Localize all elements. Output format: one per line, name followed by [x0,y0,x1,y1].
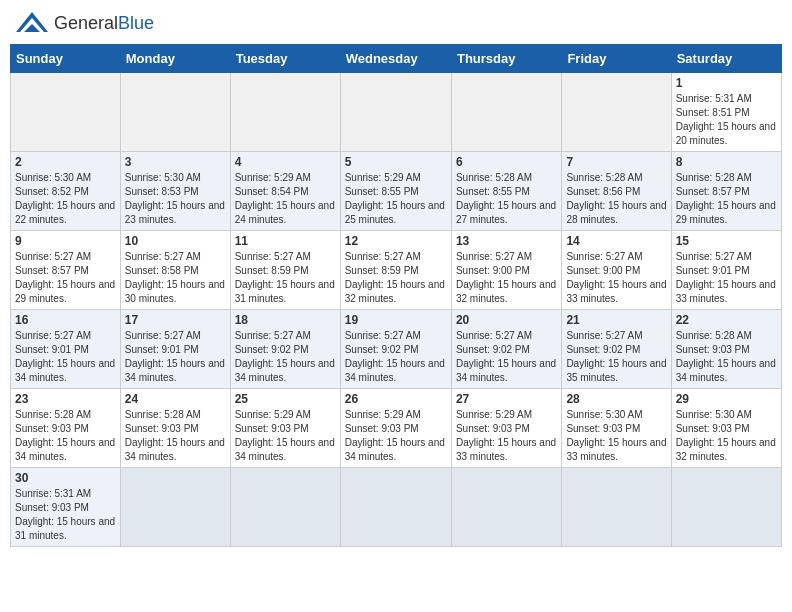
day-info: Sunrise: 5:27 AM Sunset: 9:00 PM Dayligh… [566,250,666,306]
day-info: Sunrise: 5:28 AM Sunset: 9:03 PM Dayligh… [676,329,777,385]
day-number: 2 [15,155,116,169]
day-info: Sunrise: 5:30 AM Sunset: 9:03 PM Dayligh… [676,408,777,464]
calendar-cell: 2Sunrise: 5:30 AM Sunset: 8:52 PM Daylig… [11,152,121,231]
calendar-cell: 23Sunrise: 5:28 AM Sunset: 9:03 PM Dayli… [11,389,121,468]
day-info: Sunrise: 5:27 AM Sunset: 9:02 PM Dayligh… [345,329,447,385]
logo-icon [14,10,50,38]
calendar-cell: 17Sunrise: 5:27 AM Sunset: 9:01 PM Dayli… [120,310,230,389]
calendar-cell: 16Sunrise: 5:27 AM Sunset: 9:01 PM Dayli… [11,310,121,389]
calendar-cell [451,468,561,547]
day-number: 1 [676,76,777,90]
calendar-week-row: 23Sunrise: 5:28 AM Sunset: 9:03 PM Dayli… [11,389,782,468]
day-info: Sunrise: 5:27 AM Sunset: 9:01 PM Dayligh… [676,250,777,306]
calendar-cell: 21Sunrise: 5:27 AM Sunset: 9:02 PM Dayli… [562,310,671,389]
calendar-cell: 7Sunrise: 5:28 AM Sunset: 8:56 PM Daylig… [562,152,671,231]
calendar-cell: 22Sunrise: 5:28 AM Sunset: 9:03 PM Dayli… [671,310,781,389]
calendar-cell: 6Sunrise: 5:28 AM Sunset: 8:55 PM Daylig… [451,152,561,231]
col-header-tuesday: Tuesday [230,45,340,73]
day-info: Sunrise: 5:28 AM Sunset: 9:03 PM Dayligh… [15,408,116,464]
day-info: Sunrise: 5:27 AM Sunset: 8:58 PM Dayligh… [125,250,226,306]
day-number: 19 [345,313,447,327]
calendar-cell [11,73,121,152]
calendar-cell [230,468,340,547]
day-number: 25 [235,392,336,406]
calendar-cell: 20Sunrise: 5:27 AM Sunset: 9:02 PM Dayli… [451,310,561,389]
calendar-cell [671,468,781,547]
day-number: 29 [676,392,777,406]
calendar-week-row: 9Sunrise: 5:27 AM Sunset: 8:57 PM Daylig… [11,231,782,310]
day-info: Sunrise: 5:27 AM Sunset: 8:57 PM Dayligh… [15,250,116,306]
day-info: Sunrise: 5:28 AM Sunset: 8:55 PM Dayligh… [456,171,557,227]
calendar-week-row: 1Sunrise: 5:31 AM Sunset: 8:51 PM Daylig… [11,73,782,152]
calendar-cell: 30Sunrise: 5:31 AM Sunset: 9:03 PM Dayli… [11,468,121,547]
calendar-cell: 26Sunrise: 5:29 AM Sunset: 9:03 PM Dayli… [340,389,451,468]
day-number: 7 [566,155,666,169]
day-number: 6 [456,155,557,169]
calendar-cell: 5Sunrise: 5:29 AM Sunset: 8:55 PM Daylig… [340,152,451,231]
col-header-monday: Monday [120,45,230,73]
day-number: 15 [676,234,777,248]
calendar-cell: 27Sunrise: 5:29 AM Sunset: 9:03 PM Dayli… [451,389,561,468]
calendar-cell: 4Sunrise: 5:29 AM Sunset: 8:54 PM Daylig… [230,152,340,231]
page-header: GeneralBlue [10,10,782,38]
calendar-cell [340,73,451,152]
calendar-cell: 10Sunrise: 5:27 AM Sunset: 8:58 PM Dayli… [120,231,230,310]
calendar-cell: 14Sunrise: 5:27 AM Sunset: 9:00 PM Dayli… [562,231,671,310]
calendar-cell: 8Sunrise: 5:28 AM Sunset: 8:57 PM Daylig… [671,152,781,231]
calendar-cell [120,468,230,547]
day-info: Sunrise: 5:28 AM Sunset: 8:57 PM Dayligh… [676,171,777,227]
day-info: Sunrise: 5:30 AM Sunset: 8:52 PM Dayligh… [15,171,116,227]
day-info: Sunrise: 5:31 AM Sunset: 8:51 PM Dayligh… [676,92,777,148]
day-info: Sunrise: 5:27 AM Sunset: 8:59 PM Dayligh… [345,250,447,306]
calendar-table: SundayMondayTuesdayWednesdayThursdayFrid… [10,44,782,547]
calendar-cell [340,468,451,547]
col-header-thursday: Thursday [451,45,561,73]
day-info: Sunrise: 5:28 AM Sunset: 8:56 PM Dayligh… [566,171,666,227]
col-header-friday: Friday [562,45,671,73]
day-info: Sunrise: 5:30 AM Sunset: 9:03 PM Dayligh… [566,408,666,464]
day-number: 26 [345,392,447,406]
calendar-week-row: 30Sunrise: 5:31 AM Sunset: 9:03 PM Dayli… [11,468,782,547]
calendar-header-row: SundayMondayTuesdayWednesdayThursdayFrid… [11,45,782,73]
day-number: 13 [456,234,557,248]
day-info: Sunrise: 5:29 AM Sunset: 8:54 PM Dayligh… [235,171,336,227]
day-info: Sunrise: 5:27 AM Sunset: 9:01 PM Dayligh… [125,329,226,385]
day-info: Sunrise: 5:31 AM Sunset: 9:03 PM Dayligh… [15,487,116,543]
day-number: 28 [566,392,666,406]
day-number: 14 [566,234,666,248]
calendar-cell: 25Sunrise: 5:29 AM Sunset: 9:03 PM Dayli… [230,389,340,468]
day-info: Sunrise: 5:29 AM Sunset: 9:03 PM Dayligh… [235,408,336,464]
calendar-cell [230,73,340,152]
calendar-cell: 1Sunrise: 5:31 AM Sunset: 8:51 PM Daylig… [671,73,781,152]
day-number: 30 [15,471,116,485]
calendar-cell: 15Sunrise: 5:27 AM Sunset: 9:01 PM Dayli… [671,231,781,310]
logo: GeneralBlue [14,10,154,38]
day-info: Sunrise: 5:27 AM Sunset: 9:02 PM Dayligh… [566,329,666,385]
day-number: 3 [125,155,226,169]
day-info: Sunrise: 5:30 AM Sunset: 8:53 PM Dayligh… [125,171,226,227]
day-number: 10 [125,234,226,248]
col-header-sunday: Sunday [11,45,121,73]
day-number: 17 [125,313,226,327]
calendar-cell: 24Sunrise: 5:28 AM Sunset: 9:03 PM Dayli… [120,389,230,468]
calendar-cell: 3Sunrise: 5:30 AM Sunset: 8:53 PM Daylig… [120,152,230,231]
logo-text: GeneralBlue [54,14,154,34]
day-info: Sunrise: 5:27 AM Sunset: 8:59 PM Dayligh… [235,250,336,306]
calendar-cell: 29Sunrise: 5:30 AM Sunset: 9:03 PM Dayli… [671,389,781,468]
calendar-week-row: 2Sunrise: 5:30 AM Sunset: 8:52 PM Daylig… [11,152,782,231]
calendar-cell: 28Sunrise: 5:30 AM Sunset: 9:03 PM Dayli… [562,389,671,468]
day-info: Sunrise: 5:27 AM Sunset: 9:02 PM Dayligh… [456,329,557,385]
day-number: 16 [15,313,116,327]
day-info: Sunrise: 5:28 AM Sunset: 9:03 PM Dayligh… [125,408,226,464]
day-info: Sunrise: 5:29 AM Sunset: 8:55 PM Dayligh… [345,171,447,227]
day-info: Sunrise: 5:27 AM Sunset: 9:00 PM Dayligh… [456,250,557,306]
day-number: 23 [15,392,116,406]
calendar-cell [451,73,561,152]
calendar-cell: 13Sunrise: 5:27 AM Sunset: 9:00 PM Dayli… [451,231,561,310]
col-header-wednesday: Wednesday [340,45,451,73]
day-number: 5 [345,155,447,169]
day-number: 9 [15,234,116,248]
day-number: 24 [125,392,226,406]
day-number: 11 [235,234,336,248]
day-number: 21 [566,313,666,327]
